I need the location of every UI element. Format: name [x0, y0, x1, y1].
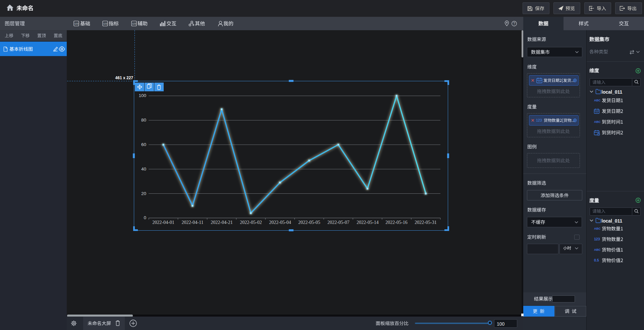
- svg-text:123: 123: [103, 22, 107, 25]
- svg-text:123: 123: [594, 237, 600, 241]
- svg-text:ABC: ABC: [594, 120, 601, 124]
- svg-text:ABC: ABC: [594, 248, 601, 251]
- svg-text:123: 123: [536, 118, 542, 122]
- svg-text:?: ?: [513, 22, 515, 26]
- svg-text:ABC: ABC: [594, 227, 601, 230]
- svg-text:123: 123: [74, 22, 78, 25]
- svg-text:0.5: 0.5: [594, 258, 599, 262]
- svg-text:ABC: ABC: [594, 99, 601, 102]
- svg-text:123: 123: [132, 22, 136, 25]
